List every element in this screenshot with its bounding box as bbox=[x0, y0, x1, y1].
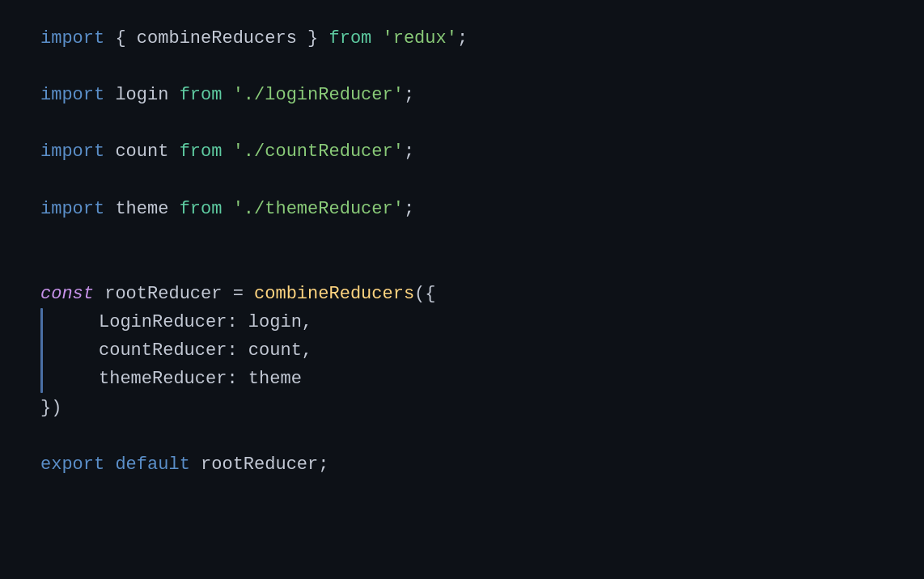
keyword-import-3: import bbox=[40, 137, 104, 166]
string-countReducer: './countReducer' bbox=[233, 137, 404, 166]
space-9 bbox=[222, 137, 232, 166]
code-line-1: import { combineReducers } from 'redux' … bbox=[40, 24, 884, 53]
keyword-export: export bbox=[40, 450, 104, 479]
keyword-const: const bbox=[40, 280, 94, 308]
space-5 bbox=[168, 81, 179, 109]
space-2 bbox=[318, 24, 328, 53]
blank-line-4 bbox=[40, 223, 884, 251]
code-line-2: import login from './loginReducer' ; bbox=[40, 81, 884, 109]
space-3 bbox=[371, 24, 382, 53]
string-loginReducer: './loginReducer' bbox=[233, 81, 404, 109]
fn-combineReducers: combineReducers bbox=[254, 280, 414, 308]
space-20 bbox=[190, 450, 201, 479]
blank-line-1 bbox=[40, 53, 884, 81]
brace-close-1: } bbox=[297, 24, 318, 53]
blank-line-2 bbox=[40, 109, 884, 137]
keyword-from-3: from bbox=[180, 137, 223, 166]
identifier-combineReducers-1: combineReducers bbox=[137, 24, 297, 53]
val-login: login, bbox=[248, 308, 312, 336]
semi-3: ; bbox=[404, 137, 414, 166]
identifier-rootReducer-decl: rootReducer bbox=[104, 280, 222, 308]
keyword-from-4: from bbox=[180, 195, 223, 223]
vertical-bar bbox=[40, 308, 43, 393]
punctuation-space-1 bbox=[104, 24, 115, 53]
code-line-4: import theme from './themeReducer' ; bbox=[40, 195, 884, 223]
code-line-9: }) bbox=[40, 394, 884, 422]
val-count: count, bbox=[248, 336, 312, 365]
space-6 bbox=[222, 81, 232, 109]
space-10 bbox=[104, 195, 115, 223]
block-body: LoginReducer: login, countReducer: count… bbox=[40, 308, 884, 394]
space-17 bbox=[238, 336, 248, 365]
blank-line-3 bbox=[40, 167, 884, 195]
code-editor: import { combineReducers } from 'redux' … bbox=[0, 0, 924, 579]
brace-open-1: { bbox=[115, 24, 136, 53]
key-loginReducer: LoginReducer: bbox=[99, 308, 238, 336]
semi-2: ; bbox=[404, 81, 414, 109]
space-15 bbox=[244, 280, 254, 308]
keyword-import-4: import bbox=[40, 195, 104, 223]
keyword-import-2: import bbox=[40, 81, 104, 109]
identifier-theme: theme bbox=[115, 195, 168, 223]
semi-1: ; bbox=[457, 24, 468, 53]
space-13 bbox=[94, 280, 104, 308]
code-line-3: import count from './countReducer' ; bbox=[40, 137, 884, 166]
space-4 bbox=[104, 81, 115, 109]
keyword-import-1: import bbox=[40, 24, 104, 53]
identifier-rootReducer-export: rootReducer bbox=[201, 450, 318, 479]
keyword-from-1: from bbox=[328, 24, 371, 53]
space-8 bbox=[168, 137, 179, 166]
semi-5: ; bbox=[318, 450, 328, 479]
space-14 bbox=[222, 280, 232, 308]
code-line-5: const rootReducer = combineReducers ({ bbox=[40, 280, 884, 308]
semi-4: ; bbox=[404, 195, 414, 223]
keyword-default: default bbox=[115, 450, 189, 479]
string-themeReducer: './themeReducer' bbox=[233, 195, 404, 223]
close-brace: }) bbox=[40, 394, 61, 422]
key-themeReducer: themeReducer: bbox=[99, 365, 238, 393]
key-countReducer: countReducer: bbox=[99, 336, 238, 365]
space-11 bbox=[168, 195, 179, 223]
code-line-10: export default rootReducer ; bbox=[40, 450, 884, 479]
string-redux: 'redux' bbox=[383, 24, 457, 53]
code-line-8: themeReducer: theme bbox=[40, 365, 884, 393]
space-18 bbox=[238, 365, 248, 393]
identifier-login: login bbox=[115, 81, 168, 109]
code-line-7: countReducer: count, bbox=[40, 336, 884, 365]
blank-line-6 bbox=[40, 422, 884, 450]
code-line-6: LoginReducer: login, bbox=[40, 308, 884, 336]
val-theme: theme bbox=[248, 365, 302, 393]
keyword-from-2: from bbox=[180, 81, 223, 109]
identifier-count: count bbox=[115, 137, 168, 166]
space-7 bbox=[104, 137, 115, 166]
space-16 bbox=[238, 308, 248, 336]
space-12 bbox=[222, 195, 232, 223]
equals-sign: = bbox=[233, 280, 244, 308]
space-19 bbox=[104, 450, 115, 479]
blank-line-5 bbox=[40, 251, 884, 280]
paren-open: ({ bbox=[414, 280, 435, 308]
